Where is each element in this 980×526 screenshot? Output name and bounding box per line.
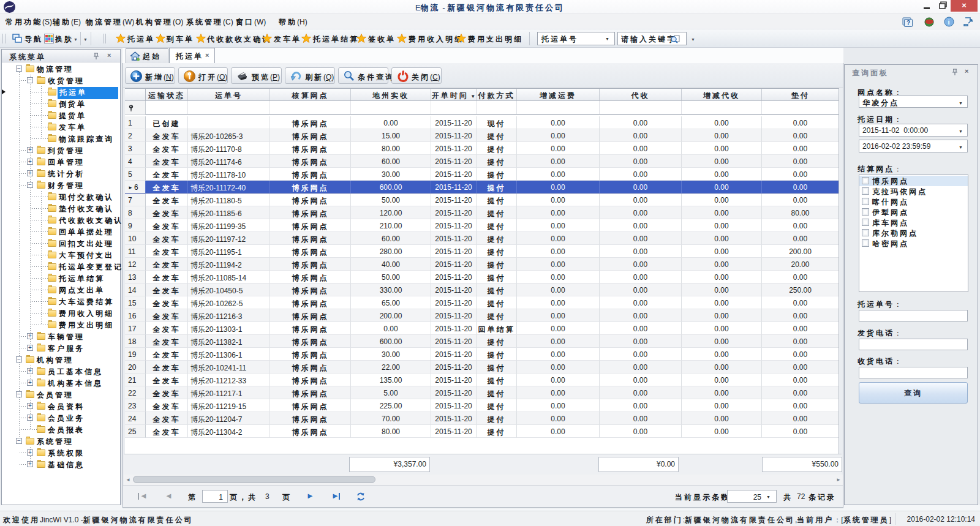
svg-text:i: i — [948, 18, 950, 26]
svg-text:?: ? — [907, 20, 910, 26]
